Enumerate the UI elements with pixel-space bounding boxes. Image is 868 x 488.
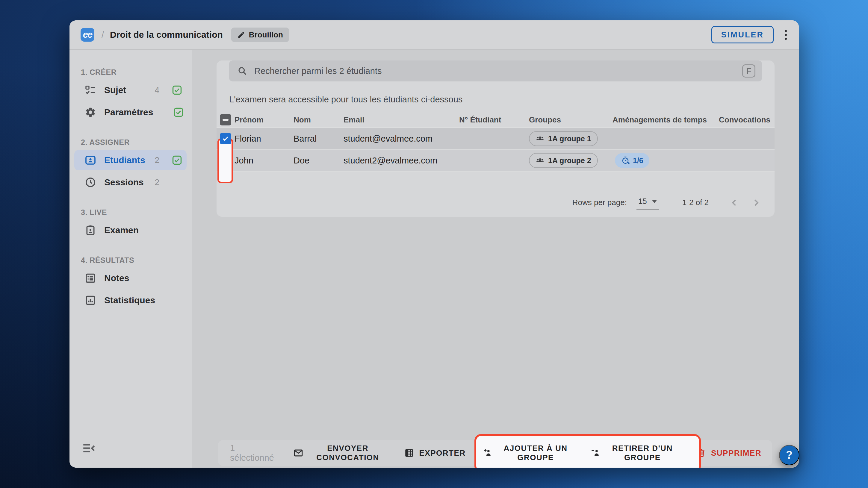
checked-checkbox-icon <box>220 133 231 144</box>
done-checkbox-placeholder <box>175 295 183 306</box>
group-chip-label: 1A groupe 1 <box>548 134 591 143</box>
col-header-convocations[interactable]: Convocations <box>719 115 775 125</box>
collapse-sidebar-button[interactable] <box>82 441 96 456</box>
previous-page-button[interactable] <box>728 196 741 209</box>
people-group-icon <box>535 134 545 143</box>
sidebar-item-count: 2 <box>155 155 159 165</box>
send-convocation-label: ENVOYER CONVOCATION <box>308 444 388 462</box>
keyboard-shortcut-badge: F <box>742 64 755 77</box>
spreadsheet-icon <box>404 448 414 458</box>
pagination: Rows per page: 15 1-2 of 2 <box>572 195 763 209</box>
sidebar-section-assigner: 2. ASSIGNER Etudiants 2 Ses <box>69 135 192 193</box>
cell-prenom: John <box>235 156 293 166</box>
col-header-amenagements[interactable]: Aménagements de temps <box>613 115 713 125</box>
delete-button[interactable]: SUPPRIMER <box>696 448 762 458</box>
done-checkbox-placeholder <box>171 225 183 236</box>
table-row[interactable]: John Doe student2@evalmee.com 1A groupe … <box>217 150 775 171</box>
col-header-nom[interactable]: Nom <box>293 115 344 125</box>
time-accommodation-chip[interactable]: 1/6 <box>615 153 649 168</box>
sidebar-item-etudiants[interactable]: Etudiants 2 <box>69 149 192 171</box>
sidebar-item-count: 2 <box>155 177 159 187</box>
sidebar-item-sessions[interactable]: Sessions 2 <box>69 171 192 193</box>
group-chip[interactable]: 1A groupe 2 <box>529 153 598 168</box>
search-icon <box>237 66 248 76</box>
evalmee-logo[interactable]: ee <box>81 28 94 42</box>
rows-per-page-select[interactable]: 15 <box>637 195 659 209</box>
person-add-icon <box>483 448 493 458</box>
remove-from-group-button[interactable]: RETIRER D'UN GROUPE <box>591 444 679 462</box>
draft-badge[interactable]: Brouillon <box>231 28 289 42</box>
bar-chart-icon <box>85 294 96 306</box>
sidebar-section-live: 3. LIVE Examen <box>69 205 192 241</box>
app-window: ee / Droit de la communication Brouillon… <box>69 20 799 468</box>
student-badge-icon <box>85 154 96 166</box>
settings-gear-icon <box>85 106 96 118</box>
section-label: 2. ASSIGNER <box>69 135 192 149</box>
export-label: EXPORTER <box>419 449 465 458</box>
table-row[interactable]: Florian Barral student@evalmee.com 1A gr… <box>217 127 775 150</box>
section-label: 1. CRÉER <box>69 65 192 79</box>
sidebar-item-label: Etudiants <box>104 155 147 165</box>
simulate-button[interactable]: SIMULER <box>711 26 774 43</box>
exam-clipboard-icon <box>85 224 96 236</box>
sidebar-item-label: Paramètres <box>104 107 153 117</box>
sidebar-item-count: 4 <box>155 85 159 95</box>
sidebar-item-examen[interactable]: Examen <box>69 219 192 241</box>
group-chip-label: 1A groupe 2 <box>548 156 591 165</box>
desktop-background: ee / Droit de la communication Brouillon… <box>0 0 868 488</box>
group-chip[interactable]: 1A groupe 1 <box>529 131 598 146</box>
kebab-menu-icon[interactable] <box>779 26 792 43</box>
sidebar-item-statistiques[interactable]: Statistiques <box>69 289 192 312</box>
sidebar-item-label: Sujet <box>104 85 147 95</box>
done-checkbox-icon <box>171 155 183 166</box>
sidebar: 1. CRÉER Sujet 4 Paramètres <box>69 50 192 468</box>
col-header-email[interactable]: Email <box>344 115 459 125</box>
col-header-prenom[interactable]: Prénom <box>235 115 293 125</box>
sidebar-item-sujet[interactable]: Sujet 4 <box>69 79 192 101</box>
cell-nom: Barral <box>293 134 344 144</box>
breadcrumb-separator: / <box>101 30 104 40</box>
sidebar-item-parametres[interactable]: Paramètres <box>69 101 192 123</box>
col-header-groupes[interactable]: Groupes <box>529 115 613 125</box>
add-to-group-button[interactable]: AJOUTER À UN GROUPE <box>483 444 574 462</box>
pencil-icon <box>237 31 245 39</box>
help-button[interactable]: ? <box>779 445 799 465</box>
people-group-icon <box>535 156 545 165</box>
envelope-icon <box>293 448 303 458</box>
sidebar-item-label: Examen <box>104 225 152 235</box>
section-label: 4. RÉSULTATS <box>69 253 192 267</box>
cell-nom: Doe <box>293 156 344 166</box>
timer-plus-icon <box>621 156 630 165</box>
topbar: ee / Droit de la communication Brouillon… <box>69 20 799 50</box>
done-checkbox-placeholder <box>171 176 183 188</box>
sidebar-section-creer: 1. CRÉER Sujet 4 Paramètres <box>69 65 192 123</box>
access-notice: L'examen sera accessible pour tous les é… <box>229 95 762 104</box>
cell-prenom: Florian <box>235 134 293 144</box>
section-label: 3. LIVE <box>69 205 192 219</box>
table-header-row: Prénom Nom Email N° Étudiant Groupes Amé… <box>217 112 775 127</box>
trash-icon <box>696 448 706 458</box>
col-header-numero[interactable]: N° Étudiant <box>459 115 529 125</box>
sidebar-item-label: Sessions <box>104 177 147 187</box>
main-content: Rechercher parmi les 2 étudiants F L'exa… <box>192 50 799 468</box>
rows-per-page-value: 15 <box>638 197 647 206</box>
selection-count: 1 sélectionné <box>230 443 274 463</box>
pagination-range: 1-2 of 2 <box>682 198 709 207</box>
select-all-checkbox[interactable] <box>217 114 235 125</box>
sidebar-item-notes[interactable]: Notes <box>69 267 192 289</box>
indeterminate-checkbox-icon <box>220 114 231 125</box>
checklist-icon <box>85 84 96 96</box>
send-convocation-button[interactable]: ENVOYER CONVOCATION <box>293 444 388 462</box>
done-checkbox-placeholder <box>171 272 183 284</box>
notes-list-icon <box>85 272 96 284</box>
row-checkbox[interactable] <box>217 133 235 144</box>
delete-label: SUPPRIMER <box>711 449 762 458</box>
search-input[interactable]: Rechercher parmi les 2 étudiants F <box>229 61 762 82</box>
sidebar-item-label: Notes <box>104 273 152 283</box>
time-chip-label: 1/6 <box>633 156 643 165</box>
draft-badge-label: Brouillon <box>249 30 283 39</box>
export-button[interactable]: EXPORTER <box>404 448 465 458</box>
next-page-button[interactable] <box>749 196 763 209</box>
page-title: Droit de la communication <box>110 30 223 40</box>
sidebar-section-resultats: 4. RÉSULTATS Notes Statistiques <box>69 253 192 312</box>
